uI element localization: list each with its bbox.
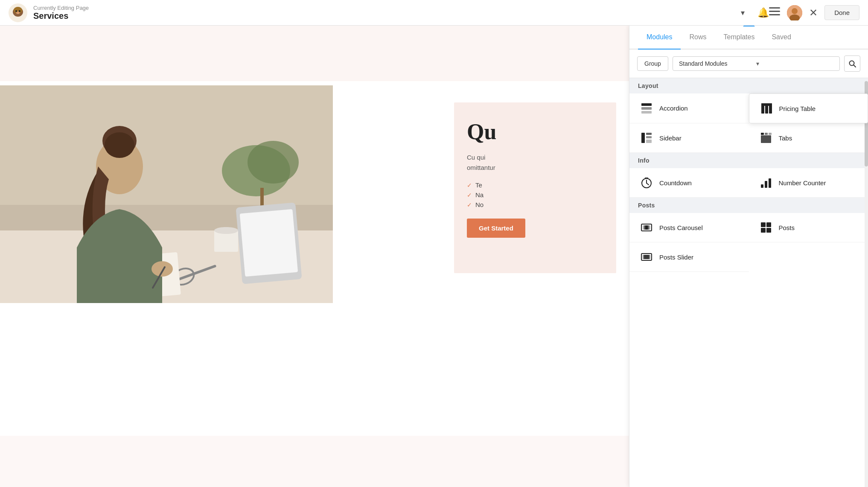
tabs-icon: [759, 131, 773, 145]
page-canvas: Qu Cu quiomittantur ✓ Te ✓ Na ✓ No Get S…: [0, 26, 629, 487]
layout-modules-grid: Accordion Pricing Table: [629, 93, 868, 153]
tab-modules[interactable]: Modules: [638, 26, 681, 50]
panel-title: Qu: [467, 120, 603, 144]
modules-dropdown[interactable]: Standard Modules ▾: [673, 56, 840, 71]
posts-icon: [759, 221, 773, 234]
svg-rect-55: [769, 178, 771, 188]
canvas-cta-button[interactable]: Get Started: [467, 219, 525, 238]
module-posts-slider[interactable]: Posts Slider: [629, 242, 749, 272]
svg-rect-35: [641, 107, 652, 110]
close-button[interactable]: ✕: [809, 7, 818, 19]
topbar: Currently Editing Page Services ▾ 🔔 ✕ Do…: [0, 0, 868, 26]
checklist-item: ✓ Na: [467, 191, 603, 198]
list-icon[interactable]: [769, 7, 780, 18]
posts-carousel-label: Posts Carousel: [659, 224, 703, 231]
accordion-label: Accordion: [659, 105, 688, 112]
posts-carousel-icon: [640, 221, 653, 234]
section-header-layout: Layout: [629, 78, 868, 93]
svg-rect-48: [761, 135, 771, 143]
modules-list: Layout Accordion: [629, 78, 868, 487]
user-avatar[interactable]: [787, 5, 802, 20]
module-posts-carousel[interactable]: Posts Carousel: [629, 213, 749, 242]
svg-rect-60: [761, 222, 766, 227]
module-countdown[interactable]: Countdown: [629, 168, 749, 198]
done-button[interactable]: Done: [824, 5, 859, 20]
svg-rect-19: [240, 209, 298, 277]
tab-templates[interactable]: Templates: [715, 26, 763, 50]
countdown-icon: [640, 176, 653, 190]
svg-point-3: [15, 10, 17, 12]
editing-label: Currently Editing Page: [33, 5, 736, 11]
checklist-item: ✓ Te: [467, 181, 603, 189]
module-pricing-table[interactable]: Pricing Table: [749, 93, 868, 123]
module-sidebar[interactable]: Sidebar: [629, 123, 749, 153]
check-icon: ✓: [467, 182, 472, 189]
svg-point-30: [151, 261, 173, 277]
pricing-table-label: Pricing Table: [779, 105, 816, 112]
app-logo: [9, 3, 27, 22]
svg-rect-54: [765, 181, 767, 188]
module-tabs[interactable]: Tabs: [749, 123, 868, 153]
tab-saved[interactable]: Saved: [763, 26, 799, 50]
svg-rect-45: [761, 133, 764, 135]
dropdown-label: Standard Modules: [679, 60, 756, 67]
svg-rect-53: [761, 184, 763, 188]
tabs-label: Tabs: [779, 134, 792, 142]
number-counter-label: Number Counter: [779, 179, 826, 187]
canvas-image-section: [0, 85, 371, 318]
svg-line-33: [854, 65, 856, 67]
chevron-down-icon: ▾: [756, 60, 833, 67]
search-button[interactable]: [844, 55, 860, 72]
svg-rect-44: [646, 140, 652, 143]
main-area: Qu Cu quiomittantur ✓ Te ✓ Na ✓ No Get S…: [0, 26, 868, 487]
module-posts[interactable]: Posts: [749, 213, 868, 242]
topbar-info: Currently Editing Page Services: [33, 5, 736, 21]
tab-rows[interactable]: Rows: [681, 26, 715, 50]
posts-label: Posts: [779, 224, 795, 231]
panel-controls: Group Standard Modules ▾: [629, 50, 868, 78]
svg-point-5: [16, 12, 20, 14]
module-number-counter[interactable]: Number Counter: [749, 168, 868, 198]
check-icon: ✓: [467, 201, 472, 208]
svg-rect-40: [761, 103, 772, 106]
svg-rect-62: [761, 228, 766, 233]
canvas-main-image: [0, 85, 333, 303]
svg-rect-34: [641, 103, 652, 106]
info-modules-grid: Countdown Number Counter: [629, 168, 868, 198]
svg-rect-7: [769, 11, 780, 12]
svg-rect-41: [641, 133, 645, 143]
section-header-info: Info: [629, 153, 868, 168]
accordion-icon: [640, 102, 653, 115]
canvas-image-inner: [0, 85, 333, 303]
svg-rect-42: [646, 133, 652, 135]
notifications-bell[interactable]: 🔔: [757, 7, 769, 18]
posts-slider-label: Posts Slider: [659, 254, 693, 261]
sidebar-label: Sidebar: [659, 134, 682, 142]
svg-point-29: [105, 132, 134, 158]
section-header-posts: Posts: [629, 198, 868, 213]
group-button[interactable]: Group: [637, 56, 668, 71]
check-icon: ✓: [467, 192, 472, 198]
svg-point-10: [792, 8, 798, 14]
panel-checklist: ✓ Te ✓ Na ✓ No: [467, 181, 603, 208]
checklist-item: ✓ No: [467, 201, 603, 208]
svg-rect-46: [765, 133, 768, 135]
posts-modules-grid: Posts Carousel Posts: [629, 213, 868, 272]
module-accordion[interactable]: Accordion: [629, 93, 749, 123]
sidebar-icon: [640, 131, 653, 145]
panel-tabs: Modules Rows Templates Saved: [629, 26, 868, 50]
svg-rect-61: [766, 222, 771, 227]
panel-desc: Cu quiomittantur: [467, 152, 603, 173]
page-dropdown-chevron[interactable]: ▾: [741, 8, 745, 17]
scrollbar-track[interactable]: [865, 81, 868, 487]
svg-rect-47: [769, 133, 772, 135]
svg-rect-8: [769, 14, 780, 15]
topbar-right-actions: ✕ Done: [769, 5, 859, 20]
pricing-table-icon: [760, 102, 773, 115]
posts-slider-icon: [640, 250, 653, 264]
svg-rect-36: [641, 111, 652, 114]
number-counter-icon: [759, 176, 773, 190]
svg-rect-6: [769, 7, 780, 9]
svg-rect-59: [645, 225, 648, 230]
svg-rect-66: [644, 255, 649, 259]
